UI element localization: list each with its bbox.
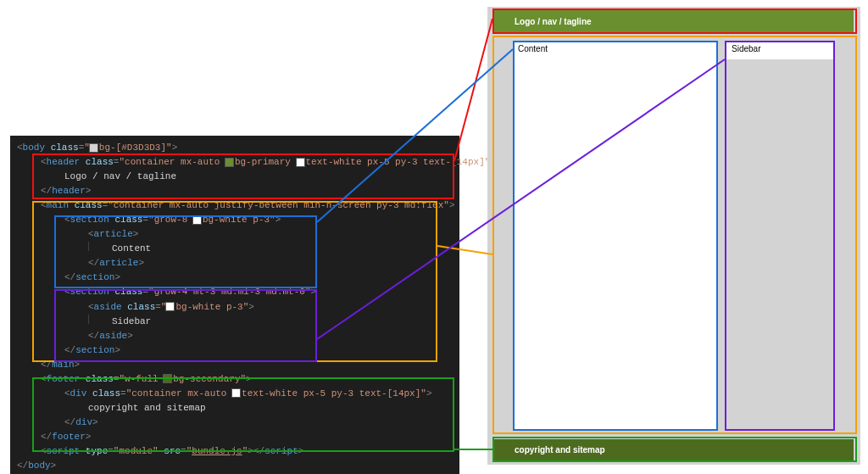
color-swatch-white <box>166 303 174 310</box>
code-line: <footer class="w-full bg-secondary"> <box>17 372 453 387</box>
preview-main: Content Sidebar <box>513 41 835 432</box>
color-swatch-white <box>193 216 201 224</box>
color-swatch-light <box>90 144 97 152</box>
preview-sidebar: Sidebar <box>726 41 835 59</box>
code-line: Logo / nav / tagline <box>17 170 453 184</box>
code-line: <main class="container mx-auto justify-b… <box>17 198 453 213</box>
code-line: </body> <box>17 459 453 473</box>
color-swatch-primary <box>225 159 233 166</box>
code-line: <script type="module" src="bundle.js"></… <box>17 444 453 459</box>
code-line: Content <box>17 242 453 256</box>
code-line: </section> <box>17 343 453 358</box>
code-line: </header> <box>17 184 453 198</box>
preview-footer: copyright and sitemap <box>494 439 854 461</box>
code-line: Sidebar <box>17 315 453 329</box>
code-line: </main> <box>17 358 453 372</box>
code-line: </article> <box>17 256 453 270</box>
code-editor: <body class="bg-[#D3D3D3]"> <header clas… <box>10 136 459 474</box>
code-line: </section> <box>17 270 453 285</box>
layout-preview: Logo / nav / tagline Content Sidebar cop… <box>487 7 860 465</box>
code-line: <section class="grow-4 mt-3 md:ml-3 md:m… <box>17 285 453 299</box>
preview-header: Logo / nav / tagline <box>494 10 854 34</box>
color-swatch-white <box>232 389 240 397</box>
code-line: copyright and sitemap <box>17 401 453 415</box>
code-line: <body class="bg-[#D3D3D3]"> <box>17 141 453 155</box>
code-line: <div class="container mx-auto text-white… <box>17 387 453 401</box>
preview-content: Content <box>513 41 716 431</box>
code-line: <aside class="bg-white p-3"> <box>17 300 453 315</box>
code-line: <section class="grow-8 bg-white p-3"> <box>17 213 453 227</box>
code-line: </aside> <box>17 329 453 343</box>
code-line: </footer> <box>17 430 453 444</box>
code-line: <article> <box>17 227 453 242</box>
code-line: <header class="container mx-auto bg-prim… <box>17 155 453 170</box>
color-swatch-white <box>297 159 304 166</box>
color-swatch-secondary <box>164 375 171 382</box>
code-line: </div> <box>17 415 453 430</box>
